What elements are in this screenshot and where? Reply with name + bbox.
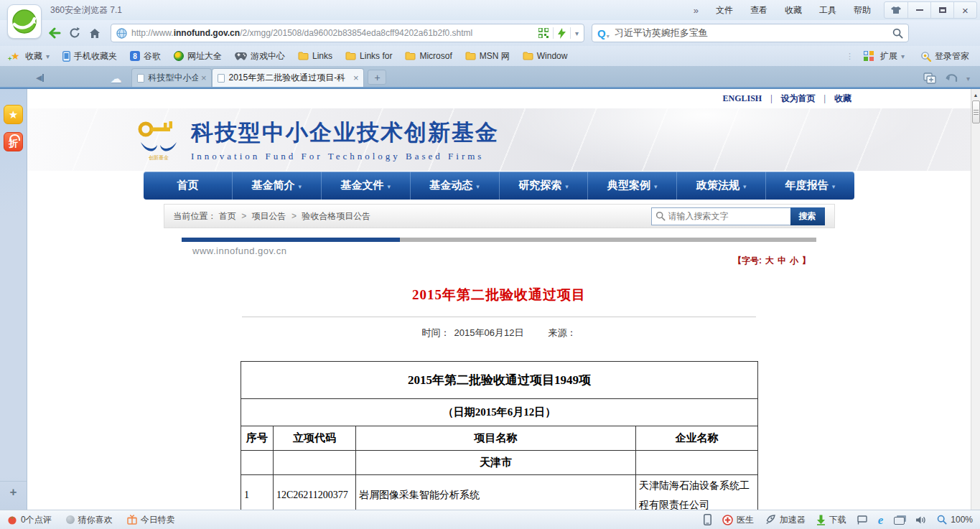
download-button[interactable]: 下载: [816, 514, 846, 526]
restore-button[interactable]: [930, 2, 953, 18]
nav-home[interactable]: 首页: [144, 172, 232, 200]
vertical-scrollbar[interactable]: ▲: [971, 89, 980, 510]
browser-360-icon: [11, 8, 38, 35]
tab-acceptance-projects[interactable]: 2015年第二批验收通过项目-科 ×: [212, 68, 364, 87]
home-button[interactable]: [85, 24, 105, 42]
search-icon[interactable]: [892, 28, 903, 39]
site-search-button[interactable]: 搜索: [790, 207, 825, 225]
nav-annual-report[interactable]: 年度报告▾: [765, 172, 854, 200]
scrollbar-thumb[interactable]: [972, 100, 980, 123]
address-bar[interactable]: http://www.innofund.gov.cn/2/xmgg/201508…: [111, 24, 584, 42]
browser-window: 360安全浏览器 7.1 » 文件 查看 收藏 工具 帮助 ×: [0, 0, 980, 529]
doctor-button[interactable]: 医生: [722, 514, 754, 526]
bookmark-favorites[interactable]: ★+ 收藏 ▾: [4, 46, 56, 66]
nav-research[interactable]: 研究探索▾: [499, 172, 588, 200]
tab-close-icon[interactable]: ×: [201, 72, 207, 83]
divider: |: [824, 93, 826, 104]
tab-list-dropdown-icon[interactable]: ▾: [966, 75, 970, 83]
breadcrumb-bar: 当前位置： 首页 > 项目公告 > 验收合格项目公告 搜索: [164, 204, 835, 228]
cloud-sync-icon[interactable]: ☁: [110, 73, 121, 85]
font-size-large[interactable]: 大: [765, 255, 774, 267]
qr-code-icon[interactable]: [538, 28, 549, 38]
bookmark-mobile-favorites[interactable]: 手机收藏夹: [56, 46, 123, 66]
font-size-small[interactable]: 小: [790, 255, 798, 267]
bookmark-folder-msn[interactable]: MSN 网: [459, 46, 516, 66]
region-name: 天津市: [356, 451, 636, 475]
tab-innofund-admin[interactable]: 科技型中小企业创新基金管理 ×: [131, 68, 212, 87]
sidebar-favorites-button[interactable]: ★: [4, 105, 23, 124]
extensions-label: 扩展: [880, 50, 897, 62]
browser-logo-icon[interactable]: [7, 4, 42, 39]
breadcrumb-project-notices[interactable]: 项目公告: [252, 211, 286, 221]
menu-help[interactable]: 帮助: [845, 1, 879, 19]
minimize-button[interactable]: [907, 2, 930, 18]
tab-close-icon[interactable]: ×: [353, 72, 359, 83]
speed-lightning-icon[interactable]: [558, 28, 566, 39]
site-logo[interactable]: 创新基金 科技型中小企业技术创新基金 Innovation Fund For T…: [136, 118, 499, 162]
mute-button[interactable]: [915, 515, 926, 525]
search-engine-logo-icon[interactable]: Q: [597, 28, 606, 39]
zoom-control[interactable]: 100%: [937, 515, 973, 525]
close-button[interactable]: ×: [953, 2, 976, 18]
nav-fund-documents[interactable]: 基金文件▾: [321, 172, 410, 200]
nav-cases[interactable]: 典型案例▾: [587, 172, 676, 200]
refresh-button[interactable]: [65, 24, 85, 42]
booster-button[interactable]: 加速器: [765, 514, 806, 526]
menu-file[interactable]: 文件: [707, 1, 742, 19]
daily-deals-button[interactable]: 今日特卖: [127, 514, 175, 526]
link-english[interactable]: ENGLISH: [723, 93, 762, 104]
menu-favorites[interactable]: 收藏: [776, 1, 811, 19]
site-reviews-button[interactable]: 0个点评: [7, 514, 52, 526]
menu-tools[interactable]: 工具: [811, 1, 845, 19]
sidebar-add-button[interactable]: +: [0, 481, 27, 510]
browser-search-box[interactable]: Q ▾: [592, 24, 909, 42]
link-favorite[interactable]: 收藏: [834, 93, 851, 105]
nav-fund-news[interactable]: 基金动态▾: [410, 172, 499, 200]
menu-overflow-icon[interactable]: »: [685, 2, 707, 19]
skin-button[interactable]: [885, 2, 907, 18]
mobile-connect-button[interactable]: [704, 514, 711, 525]
new-tab-button[interactable]: +: [368, 70, 386, 85]
sidebar-discount-button[interactable]: 折: [4, 132, 23, 151]
breadcrumb-current: 验收合格项目公告: [302, 211, 370, 221]
restore-session-button[interactable]: ◀: [36, 73, 44, 83]
url-prefix: http://www.: [131, 28, 174, 38]
ie-mode-button[interactable]: e: [878, 514, 884, 526]
url-dropdown-icon[interactable]: ▾: [575, 29, 579, 37]
bookmark-folder-links-for[interactable]: Links for: [339, 46, 398, 66]
bookmark-folder-microsoft[interactable]: Microsof: [398, 46, 458, 66]
window-mode-button[interactable]: [894, 515, 905, 525]
breadcrumb-home[interactable]: 首页: [219, 211, 236, 221]
nav-policies[interactable]: 政策法规▾: [676, 172, 765, 200]
site-search-input[interactable]: [668, 211, 790, 221]
bookmark-google[interactable]: 8 谷歌: [123, 46, 167, 66]
new-window-icon[interactable]: [923, 72, 936, 84]
feedback-button[interactable]: [857, 515, 867, 525]
bookmark-folder-links[interactable]: Links: [291, 46, 339, 66]
favorites-dropdown-icon[interactable]: ▾: [46, 52, 50, 60]
undo-closed-tab-icon[interactable]: [945, 73, 958, 83]
url-text: http://www.innofund.gov.cn/2/xmgg/201508…: [131, 28, 538, 38]
favorites-star-icon: ★: [11, 50, 20, 62]
search-icon: [655, 211, 666, 221]
browser-search-input[interactable]: [615, 28, 892, 39]
bookmark-site-directory[interactable]: 网址大全: [167, 46, 228, 66]
link-set-home[interactable]: 设为首页: [781, 93, 816, 105]
extensions-dropdown-icon[interactable]: ▾: [901, 52, 905, 60]
back-button[interactable]: [45, 24, 65, 42]
url-host: innofund.gov.cn: [174, 28, 240, 38]
bookmark-folder-windows[interactable]: Window: [516, 46, 574, 66]
menu-view[interactable]: 查看: [742, 1, 776, 19]
login-manager-button[interactable]: 登录管家: [914, 50, 976, 62]
bookmark-game-center[interactable]: 游戏中心: [228, 46, 291, 66]
site-search-box[interactable]: 搜索: [651, 207, 825, 225]
search-engine-dropdown-icon[interactable]: ▾: [607, 33, 610, 39]
extensions-button[interactable]: 扩展 ▾: [857, 50, 911, 62]
side-toolbar: ★ 折 +: [0, 89, 27, 510]
nav-fund-intro[interactable]: 基金简介▾: [232, 172, 321, 200]
font-size-medium[interactable]: 中: [778, 255, 786, 267]
guess-you-like-button[interactable]: 猜你喜欢: [66, 514, 113, 526]
scroll-up-icon[interactable]: ▲: [974, 89, 979, 100]
nav-label: 研究探索: [518, 179, 561, 192]
font-size-label: 【字号:: [733, 255, 762, 267]
